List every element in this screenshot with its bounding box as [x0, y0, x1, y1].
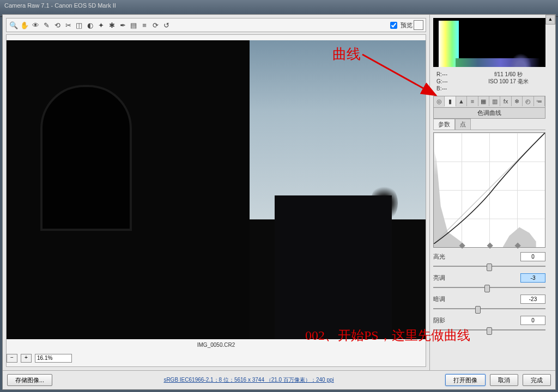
curve-svg	[434, 133, 545, 244]
panel-title: 色调曲线	[433, 108, 545, 119]
tool-4[interactable]: ⟲	[52, 20, 62, 30]
tool-3[interactable]: ✎	[41, 20, 51, 30]
slider-row-暗调: 暗调-23	[433, 295, 545, 304]
tool-6[interactable]: ◫	[74, 20, 84, 30]
save-image-button[interactable]: 存储图像...	[7, 374, 52, 386]
slider-thumb[interactable]	[487, 264, 492, 271]
slider-thumb[interactable]	[487, 327, 492, 335]
meta-g-value: ---	[442, 78, 448, 84]
tool-14[interactable]: ↺	[161, 20, 171, 30]
done-button[interactable]: 完成	[523, 374, 551, 386]
meta-exposure-2: ISO 100 17 毫米	[475, 78, 542, 85]
histogram[interactable]	[433, 18, 545, 67]
tool-8[interactable]: ✦	[96, 20, 106, 30]
preview-checkbox[interactable]	[390, 22, 397, 29]
fullscreen-icon[interactable]	[414, 20, 423, 30]
panel-tab-0[interactable]: ◎	[434, 96, 445, 106]
photo-preview	[7, 40, 426, 339]
histogram-highlights	[510, 53, 532, 67]
slider-track[interactable]	[433, 326, 545, 334]
tone-curve-editor[interactable]	[433, 132, 545, 248]
app-window: Camera Raw 7.1 - Canon EOS 5D Mark II 🔍✋…	[0, 0, 558, 392]
slider-track[interactable]	[433, 305, 545, 313]
zoom-in-button[interactable]: +	[21, 354, 32, 363]
left-pane: 🔍✋👁✎⟲✂◫◐✦✱✒▤≡⟳↺ 预览	[3, 15, 429, 370]
meta-r-label: R:	[436, 71, 442, 77]
slider-row-亮调: 亮调-3	[433, 273, 545, 283]
parametric-sliders: 高光0亮调-3暗调-23阴影0	[433, 252, 545, 337]
exposure-metadata: R:--- G:--- B:--- f/11 1/60 秒 ISO 100 17…	[433, 69, 545, 94]
tool-12[interactable]: ≡	[140, 20, 149, 30]
window-title: Camera Raw 7.1 - Canon EOS 5D Mark II	[4, 2, 116, 9]
slider-thumb[interactable]	[475, 306, 481, 314]
subtab-参数[interactable]: 参数	[433, 119, 455, 130]
tool-5[interactable]: ✂	[63, 20, 73, 30]
tool-0[interactable]: 🔍	[9, 20, 19, 30]
slider-value-input[interactable]: -3	[520, 273, 545, 283]
curve-subtabs: 参数点	[433, 119, 545, 130]
slider-thumb[interactable]	[484, 285, 490, 292]
main-toolbar: 🔍✋👁✎⟲✂◫◐✦✱✒▤≡⟳↺ 预览	[6, 18, 426, 32]
tool-13[interactable]: ⟳	[150, 20, 160, 30]
footer-bar: 存储图像... sRGB IEC61966-2.1；8 位；5616 x 374…	[3, 370, 555, 389]
image-canvas[interactable]: IMG_0050.CR2 − + 16.1%	[6, 34, 426, 367]
preview-label: 预览	[401, 21, 413, 29]
tool-7[interactable]: ◐	[85, 20, 95, 30]
slider-track[interactable]	[433, 262, 545, 270]
tool-2[interactable]: 👁	[31, 20, 40, 30]
panel-tab-8[interactable]: ◴	[523, 96, 533, 106]
slider-label: 高光	[433, 253, 455, 261]
zoom-value[interactable]: 16.1%	[35, 354, 72, 363]
zoom-out-button[interactable]: −	[7, 354, 17, 363]
workflow-options-link[interactable]: sRGB IEC61966-2.1；8 位；5616 x 3744 （21.0 …	[57, 376, 441, 384]
scroll-up-icon[interactable]: ▲	[545, 15, 555, 24]
panel-tab-3[interactable]: ≡	[467, 96, 478, 106]
app-body: 🔍✋👁✎⟲✂◫◐✦✱✒▤≡⟳↺ 预览	[2, 14, 556, 390]
panel-tab-4[interactable]: ▦	[478, 96, 489, 106]
meta-exposure-1: f/11 1/60 秒	[475, 71, 542, 78]
slider-row-高光: 高光0	[433, 252, 545, 261]
slider-track[interactable]	[433, 284, 545, 291]
preview-toggle[interactable]: 预览	[388, 20, 413, 30]
panel-tab-7[interactable]: ❄	[512, 96, 523, 106]
tool-9[interactable]: ✱	[107, 20, 117, 30]
photo-building-right	[275, 195, 392, 339]
meta-g-label: G:	[436, 78, 442, 84]
panel-tab-5[interactable]: ▥	[489, 96, 500, 106]
tool-11[interactable]: ▤	[129, 20, 138, 30]
photo-arch	[40, 85, 132, 231]
filename-label: IMG_0050.CR2	[7, 340, 426, 350]
slider-row-阴影: 阴影0	[433, 316, 545, 325]
tool-1[interactable]: ✋	[20, 20, 29, 30]
slider-label: 阴影	[433, 316, 455, 324]
panel-tab-6[interactable]: fx	[500, 96, 511, 106]
tool-10[interactable]: ✒	[118, 20, 128, 30]
right-panel: ▲ R:--- G:--- B:--- f/11 1/60 秒	[429, 15, 555, 370]
content-area: 🔍✋👁✎⟲✂◫◐✦✱✒▤≡⟳↺ 预览	[3, 15, 555, 370]
cancel-button[interactable]: 取消	[490, 374, 518, 386]
slider-value-input[interactable]: 0	[520, 252, 545, 261]
meta-r-value: ---	[442, 71, 447, 77]
panel-tab-2[interactable]: ▲	[456, 96, 467, 106]
slider-value-input[interactable]: -23	[520, 295, 545, 304]
slider-label: 暗调	[433, 295, 455, 303]
curve-region-handles	[434, 245, 545, 250]
open-image-button[interactable]: 打开图像	[445, 374, 486, 386]
meta-b-value: ---	[441, 85, 447, 91]
adjustment-panel-tabs: ◎▮▲≡▦▥fx❄◴≔	[433, 96, 545, 108]
slider-value-input[interactable]: 0	[520, 316, 545, 325]
subtab-点[interactable]: 点	[455, 119, 471, 130]
panel-tab-1[interactable]: ▮	[445, 96, 456, 107]
zoom-controls: − + 16.1%	[7, 353, 72, 363]
panel-tab-9[interactable]: ≔	[534, 96, 545, 106]
slider-label: 亮调	[433, 274, 455, 282]
